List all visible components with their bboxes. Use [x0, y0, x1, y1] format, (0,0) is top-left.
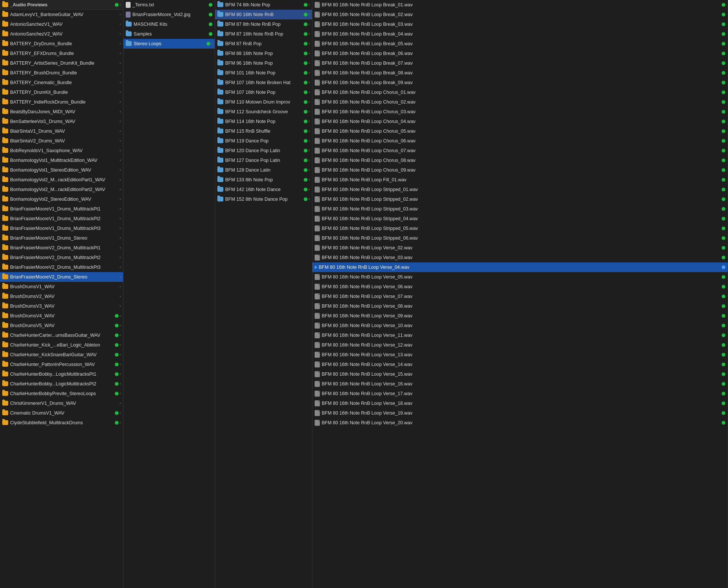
list-item[interactable]: BFM 110 Motown Drum Improv› — [215, 97, 312, 107]
list-item[interactable]: BlairSintaV2_Drums_WAV› — [0, 136, 123, 146]
list-item[interactable]: BFM 127 Dance Pop Latin› — [215, 156, 312, 165]
list-item[interactable]: BFM 80 16th Note RnB Loop Break_05.wav — [312, 39, 728, 49]
list-item[interactable]: CharlieHunterBobby...LogicMultitracksPt2… — [0, 379, 123, 389]
list-item[interactable]: BATTERY_DryDrums_Bundle› — [0, 39, 123, 49]
list-item[interactable]: BFM 142 16th Note Dance› — [215, 185, 312, 194]
list-item[interactable]: BlairSintaV1_Drums_WAV› — [0, 126, 123, 136]
list-item[interactable]: BFM 80 16th Note RnB Loop Chorus_09.wav — [312, 165, 728, 175]
list-item[interactable]: BFM 80 16th Note RnB Loop Chorus_01.wav — [312, 87, 728, 97]
list-item[interactable]: BrianFrasierMooreV2_Drums_MultitrackPt1› — [0, 243, 123, 253]
list-item[interactable]: BFM 80 16th Note RnB Loop Break_02.wav — [312, 10, 728, 19]
list-item[interactable]: BATTERY_EFXDrums_Bundle› — [0, 49, 123, 58]
list-item[interactable]: AntonioSanchezV2_WAV› — [0, 29, 123, 39]
list-item[interactable]: BFM 74 8th Note Pop› — [215, 0, 312, 10]
list-item[interactable]: BFM 80 16th Note RnB Loop Break_08.wav — [312, 68, 728, 78]
list-item[interactable]: BFM 152 8th Note Dance Pop› — [215, 194, 312, 204]
list-item[interactable]: BFM 88 16th Note Pop› — [215, 49, 312, 58]
list-item[interactable]: BrushDrumsV3_WAV› — [0, 301, 123, 311]
list-item[interactable]: BFM 107 16th Note Broken Hat› — [215, 78, 312, 87]
list-item[interactable]: BFM 87 16th Note RnB Pop› — [215, 29, 312, 39]
list-item[interactable]: BFM 80 16th Note RnB Loop Verse_07.wav — [312, 292, 728, 301]
list-item[interactable]: BFM 80 16th Note RnB Loop Stripped_05.wa… — [312, 224, 728, 233]
list-item[interactable]: BFM 80 16th Note RnB› — [215, 10, 312, 19]
list-item[interactable]: BFM 80 16th Note RnB Loop Verse_12.wav — [312, 340, 728, 350]
list-item[interactable]: BobReynoldsV1_Saxophone_WAV› — [0, 146, 123, 156]
list-item[interactable]: BFM 128 Dance Latin› — [215, 165, 312, 175]
list-item[interactable]: BFM 80 16th Note RnB Loop Verse_03.wav — [312, 253, 728, 262]
list-item[interactable]: BFM 80 16th Note RnB Loop Verse_09.wav — [312, 311, 728, 321]
list-item[interactable]: BrushDrumsV2_WAV› — [0, 292, 123, 301]
list-item[interactable]: BrianFrasierMooreV1_Drums_MultitrackPt2› — [0, 214, 123, 224]
list-item[interactable]: BFM 115 RnB Shuffle› — [215, 126, 312, 136]
list-item[interactable]: BATTERY_IndieRockDrums_Bundle› — [0, 97, 123, 107]
list-item[interactable]: BFM 101 16th Note Pop› — [215, 68, 312, 78]
list-item[interactable]: BFM 80 16th Note RnB Loop Verse_05.wav — [312, 272, 728, 282]
list-item[interactable]: BFM 80 16th Note RnB Loop Break_07.wav — [312, 58, 728, 68]
list-item[interactable]: BFM 80 16th Note RnB Loop Verse_14.wav — [312, 360, 728, 369]
list-item[interactable]: CharlieHunter_Kick_...eBari_Logic_Ableto… — [0, 340, 123, 350]
list-item[interactable]: BonhamologyVol2_StereoEdition_WAV› — [0, 194, 123, 204]
list-item[interactable]: BFM 133 8th Note Pop› — [215, 175, 312, 185]
list-item[interactable]: BFM 80 16th Note RnB Loop Verse_18.wav — [312, 398, 728, 408]
list-item[interactable]: BFM 80 16th Note RnB Loop Verse_20.wav — [312, 418, 728, 428]
list-item[interactable]: BFM 80 16th Note RnB Loop Chorus_02.wav — [312, 97, 728, 107]
list-item[interactable]: BFM 87 RnB Pop› — [215, 39, 312, 49]
list-item[interactable]: Cinematic DrumsV1_WAV› — [0, 408, 123, 418]
list-item[interactable]: BATTERY_DrumKit_Bundle› — [0, 87, 123, 97]
list-item[interactable]: BFM 112 Soundcheck Groove› — [215, 107, 312, 117]
list-item[interactable]: BFM 80 16th Note RnB Loop Verse_16.wav — [312, 379, 728, 389]
list-item[interactable]: ChrisKimmererV1_Drums_WAV› — [0, 398, 123, 408]
list-item[interactable]: BonhamologyVol1_MultitrackEdition_WAV› — [0, 156, 123, 165]
list-item[interactable]: BFM 80 16th Note RnB Loop Chorus_07.wav — [312, 146, 728, 156]
list-item[interactable]: BFM 120 Dance Pop Latin› — [215, 146, 312, 156]
list-item[interactable]: BrianFrasierMooreV1_Drums_MultitrackPt1› — [0, 204, 123, 214]
list-item[interactable]: BonhamologyVol1_StereoEdition_WAV› — [0, 165, 123, 175]
list-item[interactable]: BrianFrasierMooreV1_Drums_Stereo› — [0, 233, 123, 243]
list-item[interactable]: BFM 80 16th Note RnB Loop Break_03.wav — [312, 19, 728, 29]
list-item[interactable]: BFM 80 16th Note RnB Loop Verse_06.wav — [312, 282, 728, 292]
list-item[interactable]: CharlieHunterBobby...LogicMultitracksPt1… — [0, 369, 123, 379]
list-item[interactable]: BFM 80 16th Note RnB Loop Chorus_05.wav — [312, 126, 728, 136]
list-item[interactable]: BFM 119 Dance Pop› — [215, 136, 312, 146]
list-item[interactable]: BATTERY_ArtistSeries_DrumKit_Bundle› — [0, 58, 123, 68]
list-item[interactable]: BonhamologyVol2_M...rackEditionPart2_WAV… — [0, 185, 123, 194]
list-item[interactable]: BFM 80 16th Note RnB Loop Stripped_03.wa… — [312, 204, 728, 214]
list-item[interactable]: BFM 80 16th Note RnB Loop Chorus_06.wav — [312, 136, 728, 146]
list-item[interactable]: BFM 80 16th Note RnB Loop Verse_02.wav — [312, 243, 728, 253]
list-item[interactable]: BFM 80 16th Note RnB Loop Break_06.wav — [312, 49, 728, 58]
list-item[interactable]: BrianFrasierMooreV2_Drums_MultitrackPt2› — [0, 253, 123, 262]
list-item[interactable]: BFM 80 16th Note RnB Loop Stripped_01.wa… — [312, 185, 728, 194]
list-item[interactable]: BFM 87 8th Note RnB Pop› — [215, 19, 312, 29]
list-item[interactable]: BFM 80 16th Note RnB Loop Verse_11.wav — [312, 330, 728, 340]
list-item[interactable]: BFM 80 16th Note RnB Loop Chorus_03.wav — [312, 107, 728, 117]
list-item[interactable]: AdamLevyV1_BaritoneGuitar_WAV› — [0, 10, 123, 19]
list-item[interactable]: ClydeStubblefield_MultitrackDrums› — [0, 418, 123, 428]
list-item[interactable]: CharlieHunter_PattonInPercussion_WAV› — [0, 360, 123, 369]
list-item[interactable]: BonhamologyVol2_M...rackEditionPart1_WAV… — [0, 175, 123, 185]
list-item[interactable]: AntonioSanchezV1_WAV› — [0, 19, 123, 29]
list-item[interactable]: BFM 80 16th Note RnB Loop Verse_04.wav — [312, 262, 728, 272]
list-item[interactable]: MASCHINE Kits — [123, 19, 215, 29]
list-item[interactable]: CharlieHunter_KickSnareBariGuitar_WAV› — [0, 350, 123, 360]
list-item[interactable]: BrianFrasierMooreV2_Drums_MultitrackPt3› — [0, 262, 123, 272]
list-item[interactable]: BrianFrasierMooreV2_Drums_Stereo› — [0, 272, 123, 282]
list-item[interactable]: BrushDrumsV1_WAV› — [0, 282, 123, 292]
list-item[interactable]: BFM 80 16th Note RnB Loop Stripped_02.wa… — [312, 194, 728, 204]
list-item[interactable]: BrianFrasierMoore_Vol2.jpg — [123, 10, 215, 19]
list-item[interactable]: BenSatterleeVol1_Drums_WAV› — [0, 117, 123, 126]
list-item[interactable]: BFM 80 16th Note RnB Loop Verse_17.wav — [312, 389, 728, 398]
list-item[interactable]: BATTERY_BrushDrums_Bundle› — [0, 68, 123, 78]
list-item[interactable]: CharlieHunterBobbyPrevite_StereoLoops› — [0, 389, 123, 398]
list-item[interactable]: BFM 96 16th Note Pop› — [215, 58, 312, 68]
list-item[interactable]: BFM 80 16th Note RnB Loop Fill_01.wav — [312, 175, 728, 185]
list-item[interactable]: BFM 80 16th Note RnB Loop Verse_13.wav — [312, 350, 728, 360]
list-item[interactable]: BFM 80 16th Note RnB Loop Break_09.wav — [312, 78, 728, 87]
list-item[interactable]: BFM 114 16th Note Pop› — [215, 117, 312, 126]
list-item[interactable]: BFM 80 16th Note RnB Loop Verse_10.wav — [312, 321, 728, 330]
list-item[interactable]: Samples — [123, 29, 215, 39]
list-item[interactable]: BFM 80 16th Note RnB Loop Stripped_04.wa… — [312, 214, 728, 224]
list-item[interactable]: BFM 107 16th Note Pop› — [215, 87, 312, 97]
list-item[interactable]: BFM 80 16th Note RnB Loop Chorus_04.wav — [312, 117, 728, 126]
list-item[interactable]: BrushDrumsV4_WAV› — [0, 311, 123, 321]
list-item[interactable]: CharlieHunterCarter...umsBassGuitar_WAV› — [0, 330, 123, 340]
